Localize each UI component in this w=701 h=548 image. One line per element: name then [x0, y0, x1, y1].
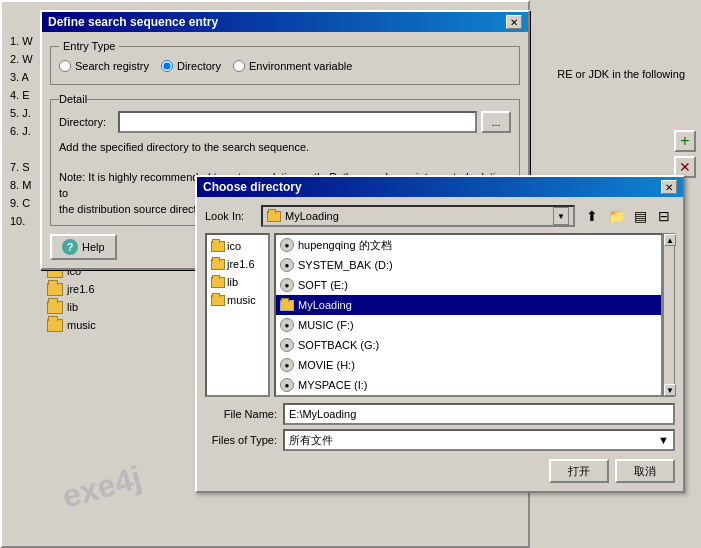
entry-type-group: Entry Type Search registry Directory Env… — [50, 40, 520, 85]
scroll-up-btn[interactable]: ▲ — [664, 234, 676, 246]
file-name-label: File Name: — [205, 408, 277, 420]
folder-icon-lib — [211, 277, 225, 288]
list-item-sysbak-label: SYSTEM_BAK (D:) — [298, 259, 393, 271]
toolbar-up-button[interactable]: ⬆ — [581, 205, 603, 227]
list-item-myloading[interactable]: MyLoading — [276, 295, 661, 315]
look-in-label: Look In: — [205, 210, 255, 222]
tree-item-ico-label: ico — [227, 240, 241, 252]
choose-dialog-title: Choose directory — [203, 180, 302, 194]
drive-icon-myspace: ● — [280, 378, 294, 392]
bottom-fields: File Name: Files of Type: 所有文件 ▼ — [205, 403, 675, 451]
list-panel: ● hupengqing 的文档 ● SYSTEM_BAK (D:) ● SOF… — [274, 233, 663, 397]
tree-item-lib-label: lib — [227, 276, 238, 288]
choose-close-button[interactable]: ✕ — [661, 180, 677, 194]
close-button[interactable]: ✕ — [506, 15, 522, 29]
list-item-movie-label: MOVIE (H:) — [298, 359, 355, 371]
help-button[interactable]: ? Help — [50, 234, 117, 260]
tree-item-jre[interactable]: jre1.6 — [209, 255, 266, 273]
radio-env-var-input[interactable] — [233, 60, 245, 72]
radio-directory-label: Directory — [177, 60, 221, 72]
toolbar-icons: ⬆ 📁 ▤ ⊟ — [581, 205, 675, 227]
toolbar-list-button[interactable]: ▤ — [629, 205, 651, 227]
directory-row: Directory: ... — [59, 111, 511, 133]
files-of-type-select[interactable]: 所有文件 ▼ — [283, 429, 675, 451]
folder-icon-jre — [211, 259, 225, 270]
define-dialog-titlebar: Define search sequence entry ✕ — [42, 12, 528, 32]
files-of-type-value: 所有文件 — [289, 433, 333, 448]
add-button[interactable]: + — [674, 130, 696, 152]
radio-env-var-label: Environment variable — [249, 60, 352, 72]
list-scrollbar[interactable]: ▲ ▼ — [663, 233, 675, 397]
look-in-row: Look In: MyLoading ▼ ⬆ 📁 ▤ ⊟ — [205, 205, 675, 227]
file-list-container: ● hupengqing 的文档 ● SYSTEM_BAK (D:) ● SOF… — [274, 233, 675, 397]
list-item-myspace[interactable]: ● MYSPACE (I:) — [276, 375, 661, 395]
choose-titlebar-buttons: ✕ — [661, 180, 677, 194]
drive-icon-softback: ● — [280, 338, 294, 352]
help-label: Help — [82, 241, 105, 253]
define-dialog-title: Define search sequence entry — [48, 15, 218, 29]
dropdown-arrow-icon: ▼ — [658, 434, 669, 446]
list-item-myloading-label: MyLoading — [298, 299, 352, 311]
list-item-softback[interactable]: ● SOFTBACK (G:) — [276, 335, 661, 355]
toolbar-new-folder-button[interactable]: 📁 — [605, 205, 627, 227]
watermark: exe4j — [59, 459, 146, 515]
list-item-docs-label: hupengqing 的文档 — [298, 238, 392, 253]
files-of-type-row: Files of Type: 所有文件 ▼ — [205, 429, 675, 451]
entry-type-legend: Entry Type — [59, 40, 119, 52]
list-item-music-label: MUSIC (F:) — [298, 319, 354, 331]
look-in-value: MyLoading — [285, 210, 339, 222]
drive-icon-music: ● — [280, 318, 294, 332]
files-of-type-label: Files of Type: — [205, 434, 277, 446]
scroll-thumb — [664, 246, 674, 384]
detail-legend: Detail — [59, 93, 87, 105]
look-in-dropdown[interactable]: ▼ — [553, 207, 569, 225]
folder-icon-music — [211, 295, 225, 306]
tree-item-lib[interactable]: lib — [209, 273, 266, 291]
file-name-row: File Name: — [205, 403, 675, 425]
open-button[interactable]: 打开 — [549, 459, 609, 483]
tree-panel: ico jre1.6 lib music — [205, 233, 270, 397]
help-icon: ? — [62, 239, 78, 255]
list-item-docs[interactable]: ● hupengqing 的文档 — [276, 235, 661, 255]
radio-search-registry-label: Search registry — [75, 60, 149, 72]
cancel-button[interactable]: 取消 — [615, 459, 675, 483]
directory-label: Directory: — [59, 116, 114, 128]
bg-tree: ico jre1.6 lib music — [47, 262, 96, 334]
tree-item-ico[interactable]: ico — [209, 237, 266, 255]
list-item-soft[interactable]: ● SOFT (E:) — [276, 275, 661, 295]
drive-icon-sysbak: ● — [280, 258, 294, 272]
tree-item-music-label: music — [227, 294, 256, 306]
browse-button[interactable]: ... — [481, 111, 511, 133]
radio-directory-input[interactable] — [161, 60, 173, 72]
choose-dialog-titlebar: Choose directory ✕ — [197, 177, 683, 197]
radio-row: Search registry Directory Environment va… — [59, 56, 511, 76]
radio-search-registry[interactable]: Search registry — [59, 60, 149, 72]
right-panel-text: RE or JDK in the following — [549, 60, 693, 88]
numbers-list: 1. W 2. W 3. A 4. E 5. J. 6. J. 7. S 8. … — [10, 32, 33, 230]
radio-env-var[interactable]: Environment variable — [233, 60, 352, 72]
drive-icon-movie: ● — [280, 358, 294, 372]
right-buttons: + ✕ — [674, 130, 696, 178]
folder-icon-ico — [211, 241, 225, 252]
tree-item-music[interactable]: music — [209, 291, 266, 309]
look-in-select[interactable]: MyLoading ▼ — [261, 205, 575, 227]
radio-search-registry-input[interactable] — [59, 60, 71, 72]
note-text-1: Add the specified directory to the searc… — [59, 139, 511, 155]
file-browser-area: ico jre1.6 lib music — [205, 233, 675, 397]
folder-icon-myloading — [280, 300, 294, 311]
scroll-down-btn[interactable]: ▼ — [664, 384, 676, 396]
titlebar-buttons: ✕ — [506, 15, 522, 29]
list-item-music[interactable]: ● MUSIC (F:) — [276, 315, 661, 335]
list-item-soft-label: SOFT (E:) — [298, 279, 348, 291]
file-name-input[interactable] — [283, 403, 675, 425]
radio-directory[interactable]: Directory — [161, 60, 221, 72]
toolbar-details-button[interactable]: ⊟ — [653, 205, 675, 227]
choose-dialog-body: Look In: MyLoading ▼ ⬆ 📁 ▤ ⊟ ico — [197, 197, 683, 491]
directory-input[interactable] — [118, 111, 477, 133]
list-item-sysbak[interactable]: ● SYSTEM_BAK (D:) — [276, 255, 661, 275]
list-item-softback-label: SOFTBACK (G:) — [298, 339, 379, 351]
drive-icon-docs: ● — [280, 238, 294, 252]
drive-icon-soft: ● — [280, 278, 294, 292]
list-item-movie[interactable]: ● MOVIE (H:) — [276, 355, 661, 375]
tree-item-jre-label: jre1.6 — [227, 258, 255, 270]
